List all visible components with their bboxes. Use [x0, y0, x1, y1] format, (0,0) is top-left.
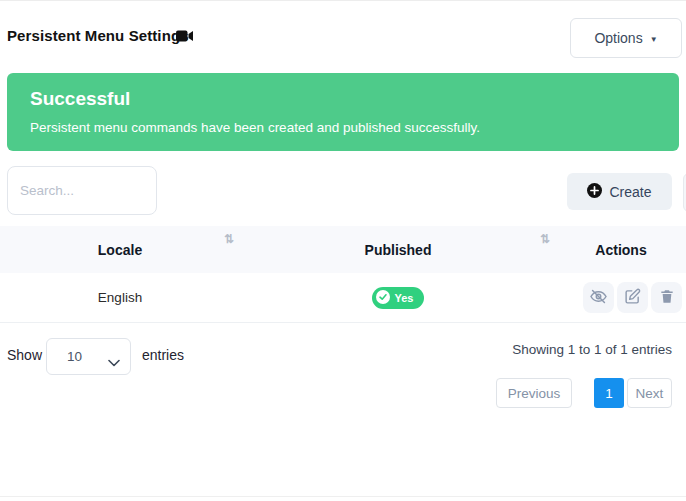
published-status-badge: Yes — [372, 287, 425, 309]
entries-label: entries — [142, 347, 184, 363]
column-header-published-label: Published — [365, 242, 432, 258]
plus-circle-icon — [587, 183, 602, 201]
show-label: Show — [7, 347, 42, 363]
video-camera-icon — [176, 29, 194, 47]
edit-pencil-icon — [624, 288, 641, 308]
locale-cell: English — [0, 290, 240, 305]
column-header-locale-label: Locale — [98, 242, 142, 258]
check-circle-icon — [376, 290, 390, 306]
actions-cell — [556, 282, 686, 313]
column-header-actions-label: Actions — [595, 242, 646, 258]
success-alert: Successful Persistent menu commands have… — [7, 73, 679, 151]
edit-button[interactable] — [617, 282, 648, 313]
delete-button[interactable] — [651, 282, 682, 313]
caret-down-icon: ▼ — [650, 35, 658, 44]
eye-slash-icon — [589, 287, 608, 309]
alert-message: Persistent menu commands have been creat… — [30, 120, 656, 135]
current-page-button[interactable]: 1 — [594, 378, 624, 408]
alert-title: Successful — [30, 86, 656, 112]
options-button-label: Options — [594, 30, 642, 46]
options-button[interactable]: Options ▼ — [570, 18, 682, 58]
table-header: Locale ⇅ Published ⇅ Actions — [0, 226, 686, 273]
hide-button[interactable] — [583, 282, 614, 313]
column-header-locale[interactable]: Locale ⇅ — [0, 226, 240, 273]
trash-icon — [659, 288, 675, 308]
table-row: English Yes — [0, 273, 686, 323]
column-header-actions: Actions — [556, 226, 686, 273]
published-status-label: Yes — [395, 292, 414, 304]
page-title: Persistent Menu Settings — [7, 27, 189, 44]
create-button-label: Create — [609, 184, 651, 200]
sort-icon: ⇅ — [224, 233, 234, 245]
bottom-divider — [0, 496, 686, 497]
entries-summary: Showing 1 to 1 of 1 entries — [512, 342, 672, 357]
create-button[interactable]: Create — [567, 173, 672, 210]
persistent-menu-settings-page: Persistent Menu Settings Options ▼ Succe… — [0, 0, 686, 501]
sort-icon: ⇅ — [540, 233, 550, 245]
previous-page-button[interactable]: Previous — [496, 378, 572, 408]
search-input[interactable] — [7, 166, 157, 215]
next-page-button[interactable]: Next — [627, 378, 672, 408]
page-size-select[interactable]: 10 — [46, 338, 131, 375]
published-cell: Yes — [240, 287, 556, 309]
column-header-published[interactable]: Published ⇅ — [240, 226, 556, 273]
